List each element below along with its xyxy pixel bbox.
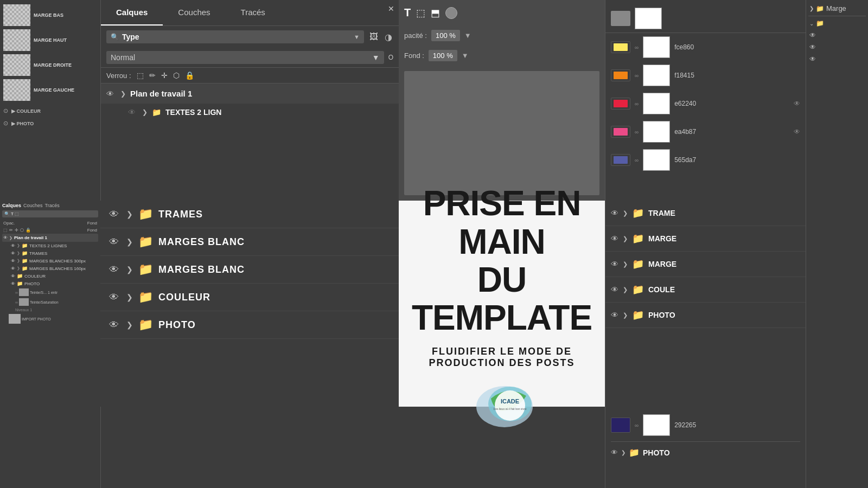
lock-padlock-icon[interactable]: 🔒 [185, 71, 194, 80]
search-icon: 🔍 [4, 211, 10, 216]
chevron-right-icon[interactable]: ❯ [623, 312, 628, 319]
color-hex: 565da7 [674, 156, 696, 164]
color-row-pink: ∞ ea4b87 👁 [605, 118, 806, 146]
tab-calques[interactable]: Calques [101, 0, 163, 25]
lock-rect-icon[interactable]: ⬚ [137, 71, 144, 80]
search-type-label: Type [122, 33, 139, 41]
colors-panel: ∞ fce860 ∞ f18415 ∞ e62240 [605, 0, 806, 201]
photo-layer-name: PHOTO [643, 448, 670, 457]
layer-name: MARGE [648, 260, 676, 268]
panel-tabs: Calques Couches Tracés [101, 0, 399, 25]
right-layer-photo[interactable]: 👁 ❯ 📁 PHOTO [605, 303, 806, 328]
filter-icon[interactable]: ◑ [384, 31, 393, 43]
chevron-right-icon[interactable]: ❯ [126, 293, 133, 301]
folder-layer-trames[interactable]: 👁 ❯ 📁 TRAMES [100, 201, 399, 228]
dropdown-arrow-icon: ▼ [354, 34, 360, 40]
eye-icon[interactable]: 👁 [106, 89, 116, 98]
canvas-preview [404, 71, 599, 195]
eye-icon[interactable]: 👁 [611, 260, 618, 268]
list-item: MARGE GAUCHE [3, 79, 97, 101]
layer-name-marges-blanc: MARGES BLANC [158, 236, 245, 248]
artboard-layer[interactable]: 👁 ❯ Plan de travail 1 [101, 84, 399, 104]
sub-layer-textes[interactable]: 👁 ❯ 📁 TEXTES 2 LIGN [101, 104, 399, 121]
folder-icon: 📁 [138, 235, 153, 249]
eye-icon[interactable]: 👁 [611, 448, 618, 457]
blend-mode-value: Normal [111, 53, 135, 62]
image-icon[interactable]: 🖼 [368, 31, 379, 43]
svg-point-2 [495, 390, 525, 421]
eye-icon[interactable]: 👁 [611, 234, 618, 243]
chevron-right-icon[interactable]: ❯ [120, 90, 126, 98]
folder-layer-photo[interactable]: 👁 ❯ 📁 PHOTO [100, 311, 399, 339]
blend-mode-dropdown[interactable]: Normal ▼ [106, 51, 384, 64]
marge-label: Marge [826, 4, 846, 12]
mini-tab-traces[interactable]: Tracés [45, 203, 60, 208]
fond-dropdown-icon[interactable]: ▼ [462, 52, 469, 60]
copy-tool-icon[interactable]: ⬒ [431, 7, 440, 19]
lock-transform-icon[interactable]: ⬡ [173, 71, 180, 80]
list-item: MARGE BAS [3, 4, 97, 26]
eye-icon[interactable]: 👁 [109, 236, 121, 248]
right-layer-marge1[interactable]: 👁 ❯ 📁 MARGE [605, 226, 806, 252]
color-swatch [643, 121, 670, 143]
eye-icon-right[interactable]: 👁 [794, 100, 800, 107]
folder-layer-marges160[interactable]: 👁 ❯ 📁 MARGES BLANC [100, 256, 399, 284]
right-layer-couleur[interactable]: 👁 ❯ 📁 COULE [605, 277, 806, 303]
folder-icon: 📁 [816, 20, 824, 27]
lock-move-icon[interactable]: ✛ [161, 71, 168, 80]
eye-icon: 👁 [809, 55, 816, 63]
eye-icon[interactable]: 👁 [109, 319, 121, 331]
color-row-red: ∞ e62240 👁 [605, 89, 806, 118]
lock-brush-icon[interactable]: ✏ [149, 71, 156, 80]
eye-icon[interactable]: 👁 [109, 209, 121, 220]
chevron-right-icon[interactable]: ❯ [126, 237, 133, 246]
chevron-right-icon[interactable]: ❯ [126, 265, 133, 274]
list-item: 👁 [808, 41, 817, 53]
folder-icon: 📁 [632, 284, 644, 296]
right-layer-trame[interactable]: 👁 ❯ 📁 TRAME [605, 201, 806, 226]
tab-couches[interactable]: Couches [163, 0, 225, 25]
eye-icon[interactable]: 👁 [109, 264, 121, 275]
tab-traces[interactable]: Tracés [226, 0, 280, 25]
svg-text:Des lieux où il fait bon vivre: Des lieux où il fait bon vivre [494, 407, 527, 410]
mini-tab-couches[interactable]: Couches [23, 203, 43, 208]
opacity-dropdown-icon[interactable]: ▼ [464, 31, 471, 40]
folder-layer-couleur[interactable]: 👁 ❯ 📁 COULEUR [100, 284, 399, 311]
color-swatch [643, 36, 670, 58]
chevron-right-icon[interactable]: ❯ [142, 108, 148, 116]
eye-icon-right[interactable]: 👁 [794, 128, 800, 136]
chevron-right-icon[interactable]: ❯ [623, 235, 628, 242]
eye-icon[interactable]: 👁 [611, 285, 618, 294]
rect-tool-icon[interactable]: ⬚ [416, 7, 425, 19]
eye-icon[interactable]: 👁 [128, 108, 138, 117]
chevron-right-icon[interactable]: ❯ [623, 261, 628, 268]
layer-label: MARGE DROITE [34, 62, 72, 68]
right-layer-marge2[interactable]: 👁 ❯ 📁 MARGE [605, 252, 806, 277]
chevron-right-icon[interactable]: ❯ [126, 320, 133, 329]
mini-tab-calques[interactable]: Calques [2, 203, 21, 208]
bottom-left-panel [0, 407, 100, 488]
search-box[interactable]: 🔍 Type ▼ [106, 30, 364, 43]
folder-icon: 📁 [632, 258, 644, 270]
eye-icon[interactable]: 👁 [109, 292, 121, 303]
image-icon: ⬚ [15, 211, 19, 216]
link-icon: ∞ [635, 101, 639, 107]
color-picker-thumb[interactable] [445, 7, 457, 19]
folder-layer-marges300[interactable]: 👁 ❯ 📁 MARGES BLANC [100, 228, 399, 256]
chevron-right-icon[interactable]: ❯ [623, 210, 628, 217]
folder-layers-panel: 👁 ❯ 📁 TRAMES 👁 ❯ 📁 MARGES BLANC 👁 ❯ 📁 MA… [100, 201, 399, 407]
mini-layer-marges300: 👁 ❯ 📁 MARGES BLANCHES 300px [2, 257, 98, 265]
chevron-right-icon[interactable]: ❯ [126, 210, 133, 219]
eye-icon[interactable]: 👁 [611, 209, 618, 217]
chevron-right-icon[interactable]: ❯ [623, 286, 628, 293]
text-tool-icon[interactable]: T [404, 7, 411, 19]
eye-icon[interactable]: 👁 [611, 311, 618, 319]
chevron-right-icon[interactable]: ❯ [621, 450, 626, 455]
close-button[interactable]: ✕ [388, 4, 394, 13]
fond-value: 100 % [429, 50, 457, 61]
opacity-label: pacité : [404, 31, 427, 40]
title-line2: DU TEMPLATE [410, 261, 594, 337]
folder-icon: 📁 [629, 447, 640, 458]
list-item: MARGE DROITE [3, 54, 97, 76]
link-icon: ∞ [635, 157, 639, 163]
